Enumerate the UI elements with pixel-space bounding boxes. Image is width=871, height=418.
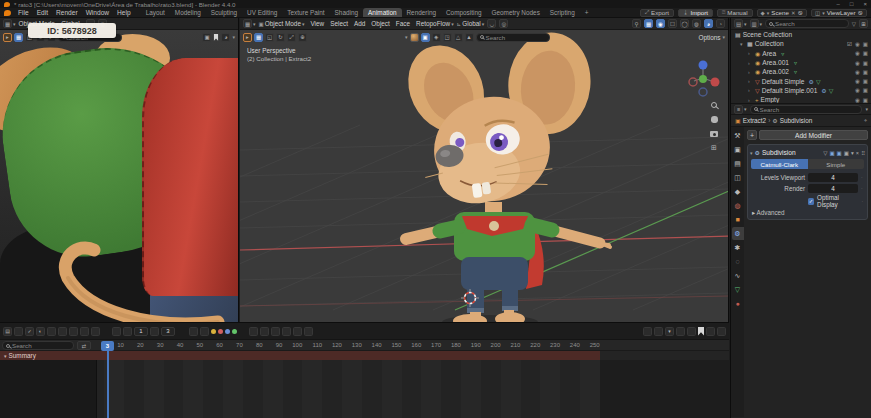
material-preview-ball[interactable] bbox=[410, 33, 419, 42]
shading-rendered[interactable]: ◔ bbox=[716, 19, 725, 28]
zoom-icon[interactable] bbox=[711, 102, 717, 108]
eye-icon[interactable]: ◉ bbox=[855, 69, 860, 75]
toolbar-button[interactable]: ✓ bbox=[25, 327, 34, 336]
active-tool-button[interactable]: ▸ bbox=[3, 33, 12, 42]
add-workspace-button[interactable]: + bbox=[580, 8, 594, 17]
frame-field[interactable]: 1 bbox=[134, 327, 148, 336]
render-toggle-icon[interactable]: ▣ bbox=[844, 150, 849, 156]
eye-icon[interactable]: ◉ bbox=[855, 50, 860, 56]
timeline-ruler[interactable]: Search ⇄ 1020304050607080901001101201301… bbox=[0, 340, 729, 351]
overlay-button[interactable]: ◳ bbox=[443, 33, 452, 42]
viewport-canvas[interactable]: User Perspective (2) Collection | Extrac… bbox=[240, 30, 729, 322]
workspace-tab[interactable]: Texture Paint bbox=[282, 8, 329, 17]
outliner-row[interactable]: › ◉ Area.001 ▿ ◉▣ bbox=[731, 58, 871, 67]
filter-icon[interactable]: ▽ bbox=[852, 21, 856, 27]
gizmo-toggle[interactable]: ▦ bbox=[644, 19, 653, 28]
workspace-tab[interactable]: Scripting bbox=[545, 8, 580, 17]
workspace-tab[interactable]: Rendering bbox=[402, 8, 442, 17]
extras-icon[interactable]: 🛇 bbox=[858, 10, 864, 16]
toolbar-button[interactable] bbox=[14, 327, 23, 336]
editmode-toggle-icon[interactable]: ▣ bbox=[837, 150, 842, 156]
properties-editor-button[interactable]: ≡▾ bbox=[734, 105, 747, 114]
outliner-row[interactable]: ▤ Scene Collection bbox=[731, 30, 871, 39]
active-tool-button[interactable]: ▸ bbox=[243, 33, 252, 42]
expander-icon[interactable]: ▾ bbox=[740, 41, 745, 47]
properties-tab[interactable]: ✱ bbox=[732, 241, 744, 254]
export-button[interactable]: ⤢Export bbox=[640, 9, 674, 17]
toolbar-button[interactable] bbox=[271, 327, 280, 336]
outliner-row[interactable]: › ◉ Area.002 ▿ ◉▣ bbox=[731, 67, 871, 76]
toolbar-button[interactable] bbox=[80, 327, 89, 336]
advanced-section-toggle[interactable]: ▸ Advanced bbox=[752, 209, 865, 216]
xray-toggle[interactable]: ☐ bbox=[668, 19, 677, 28]
properties-tab[interactable]: ▣ bbox=[732, 143, 744, 156]
scene-selector[interactable]: ◆▾ Scene ✕ 🛇 bbox=[757, 9, 807, 17]
properties-tab[interactable]: ◌ bbox=[732, 255, 744, 268]
toolbar-button[interactable] bbox=[69, 327, 78, 336]
outliner-row[interactable]: › ◉ Area ▿ ◉▣ bbox=[731, 49, 871, 58]
options-dropdown[interactable]: Options▾ bbox=[698, 34, 725, 41]
expander-icon[interactable]: › bbox=[748, 97, 753, 103]
toolbar-button[interactable] bbox=[249, 327, 258, 336]
workspace-tab[interactable]: Shading bbox=[330, 8, 363, 17]
render-levels-field[interactable]: 4 bbox=[808, 184, 858, 193]
expander-icon[interactable]: › bbox=[748, 60, 753, 66]
shading-wireframe[interactable]: ◯ bbox=[680, 19, 689, 28]
toolbar-button[interactable] bbox=[676, 327, 685, 336]
viewport-menu-item[interactable]: Object bbox=[368, 20, 392, 27]
select-box-tool[interactable]: ▦ bbox=[254, 33, 263, 42]
overlay-button[interactable]: ◈ bbox=[432, 33, 441, 42]
collapse-icon[interactable]: ▾ bbox=[4, 353, 7, 359]
workspace-tab[interactable]: Geometry Nodes bbox=[487, 8, 545, 17]
properties-tab[interactable]: ⚙ bbox=[732, 227, 744, 240]
mode-dropdown[interactable]: ▣Object Mode▾ bbox=[259, 20, 305, 27]
viewport-menu-item[interactable]: Select bbox=[327, 20, 351, 27]
expander-icon[interactable]: › bbox=[748, 87, 753, 93]
keydot-green-icon[interactable] bbox=[232, 329, 237, 334]
menu-item[interactable]: Render bbox=[52, 9, 82, 16]
animate-dot-icon[interactable]: · bbox=[861, 185, 865, 191]
toolbar-button[interactable] bbox=[260, 327, 269, 336]
overlay-button[interactable]: ▲ bbox=[465, 33, 474, 42]
catmull-clark-tab[interactable]: Catmull-Clark bbox=[751, 159, 808, 169]
unlink-icon[interactable]: ✕ bbox=[791, 10, 796, 16]
tool-button[interactable]: ⤢ bbox=[287, 33, 296, 42]
menu-item[interactable]: Help bbox=[113, 9, 135, 16]
expander-icon[interactable]: › bbox=[748, 50, 753, 56]
viewport-menu-item[interactable]: Face bbox=[393, 20, 413, 27]
menu-item[interactable]: Window bbox=[82, 9, 113, 16]
optimal-display-checkbox[interactable]: ✓ bbox=[808, 198, 814, 205]
animate-dot-icon[interactable]: · bbox=[862, 198, 865, 204]
toolbar-button[interactable] bbox=[58, 327, 67, 336]
blender-menu-icon[interactable] bbox=[4, 10, 11, 16]
toolbar-button[interactable] bbox=[293, 327, 302, 336]
animate-dot-icon[interactable]: · bbox=[861, 174, 865, 180]
window-control-button[interactable]: □ bbox=[850, 1, 854, 7]
keydot-red-icon[interactable] bbox=[218, 329, 223, 334]
playhead-line[interactable] bbox=[107, 350, 109, 418]
outliner-row[interactable]: › ▽ Default Simple.001 ⚙ ▽ ◉▣ bbox=[731, 86, 871, 95]
workspace-tab[interactable]: Animation bbox=[363, 8, 401, 17]
workspace-tab[interactable]: Layout bbox=[141, 8, 170, 17]
snap-magnet-icon[interactable]: ◡ bbox=[487, 19, 496, 28]
properties-tab[interactable]: ■ bbox=[732, 213, 744, 226]
summary-channel[interactable]: ▾Summary bbox=[0, 351, 729, 360]
channel-list-area[interactable] bbox=[0, 360, 97, 418]
eye-icon[interactable]: ◉ bbox=[855, 60, 860, 66]
camera-restrict-icon[interactable]: ▣ bbox=[863, 60, 868, 66]
properties-tab[interactable]: ∿ bbox=[732, 269, 744, 282]
frame-range-area[interactable] bbox=[104, 360, 600, 418]
breadcrumb-modifier[interactable]: Subdivision bbox=[780, 117, 813, 124]
toolbar-button[interactable] bbox=[150, 327, 159, 336]
pivot-dropdown[interactable]: ⚲ bbox=[632, 19, 641, 28]
camera-view-icon[interactable] bbox=[710, 131, 718, 137]
simple-tab[interactable]: Simple bbox=[808, 159, 865, 169]
eye-icon[interactable]: ◉ bbox=[855, 41, 860, 47]
breadcrumb-object[interactable]: Extract2 bbox=[743, 117, 766, 124]
toolbar-button[interactable] bbox=[706, 327, 715, 336]
window-control-button[interactable]: × bbox=[863, 1, 867, 7]
menu-item[interactable]: File bbox=[14, 9, 33, 16]
workspace-tab[interactable]: Modeling bbox=[170, 8, 206, 17]
ortho-toggle-icon[interactable]: ⊞ bbox=[711, 145, 717, 151]
pin-icon[interactable]: ⌖ bbox=[864, 117, 867, 124]
